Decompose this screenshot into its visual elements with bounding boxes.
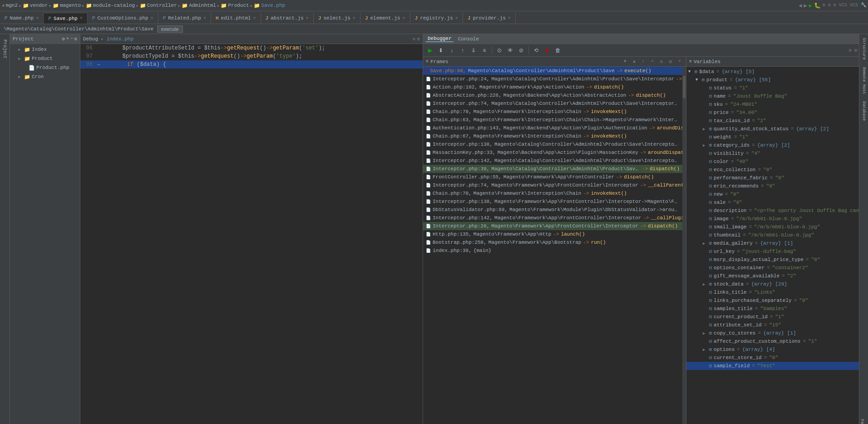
var-name[interactable]: ▶ ⊟ name = "Joust Duffle Bag" <box>686 92 859 100</box>
var-attribute-set-id[interactable]: ▶ ⊟ attribute_set_id = "15" <box>686 321 859 329</box>
nav-forward-icon[interactable]: ▶ <box>804 2 807 9</box>
frame-item[interactable]: 📄 index.php:39, {main} <box>423 247 682 255</box>
frame-item[interactable]: 📄 Action.php:102, Magento\Framework\App\… <box>423 83 682 91</box>
var-links-title[interactable]: ▶ ⊟ links_title = "Links" <box>686 288 859 296</box>
var-sample-field[interactable]: ▶ ⊟ sample_field = "Test" <box>686 362 859 370</box>
remote-host-panel-tab[interactable]: Remote Host <box>861 64 867 98</box>
var-stock-data[interactable]: ▶ ⊞ stock_data = {array} [29] <box>686 280 859 288</box>
tab-close-icon[interactable]: × <box>203 16 206 21</box>
var-links-purchased[interactable]: ▶ ⊟ links_purchased_separately = "0" <box>686 296 859 305</box>
debugger-tab[interactable]: Debugger <box>426 36 454 42</box>
sort-icon[interactable]: ↕ <box>640 58 647 65</box>
frame-item[interactable]: 📄 Interceptor.php:24, Magento\Catalog\Co… <box>423 75 682 83</box>
var-sale[interactable]: ▶ ⊟ sale = "0" <box>686 198 859 207</box>
var-options[interactable]: ▶ ⊞ options = {array} [4] <box>686 345 859 354</box>
var-visibility[interactable]: ▶ ⊟ visibility = "4" <box>686 149 859 158</box>
var-samples-title[interactable]: ▶ ⊟ samples_title = "Samples" <box>686 305 859 313</box>
var-weight[interactable]: ▶ ⊟ weight = "1" <box>686 133 859 141</box>
var-media-gallery[interactable]: ▶ ⊞ media_gallery = {array} [1] <box>686 239 859 247</box>
copy-icon[interactable]: ⊞ <box>667 58 674 65</box>
var-small-image[interactable]: ▶ ⊟ small_image = "/m/b/mb01-blue-0.jpg" <box>686 223 859 231</box>
var-status[interactable]: ▶ ⊟ status = "1" <box>686 84 859 92</box>
var-product[interactable]: ▼ ⊞ product = {array} [55] <box>686 76 859 84</box>
frame-item[interactable]: 📄 AbstractAction.php:226, Magento\Backen… <box>423 91 682 99</box>
settings-icon[interactable]: ⚙ <box>658 58 665 65</box>
var-msrp[interactable]: ▶ ⊟ msrp_display_actual_price_type = "0" <box>686 256 859 264</box>
add-icon[interactable]: + <box>649 58 656 65</box>
var-current-product-id[interactable]: ▶ ⊟ current_product_id = "1" <box>686 313 859 321</box>
tab-close-icon[interactable]: × <box>403 16 405 21</box>
evaluate-button[interactable]: ≡ <box>479 45 489 55</box>
tab-provider-js[interactable]: J provider.js × <box>463 13 516 24</box>
var-gift-message[interactable]: ▶ ⊟ gift_message_available = "2" <box>686 272 859 280</box>
frame-item[interactable]: 📄 Chain.php:63, Magento\Framework\Interc… <box>423 116 682 124</box>
var-category-ids[interactable]: ▶ ⊞ category_ids = {array} [2] <box>686 141 859 149</box>
close-icon[interactable]: × <box>676 58 683 65</box>
var-affect-product[interactable]: ▶ ⊟ affect_product_custom_options = "1" <box>686 337 859 345</box>
structure-panel-tab[interactable]: Structure <box>861 34 867 64</box>
frame-item[interactable]: 📄 Interceptor.php:142, Magento\Framework… <box>423 214 682 222</box>
breadcrumb-save-php[interactable]: Save.php <box>261 3 285 8</box>
var-current-store-id[interactable]: ▶ ⊟ current_store_id = "0" <box>686 354 859 362</box>
mute-button[interactable]: ⊘ <box>516 45 526 55</box>
breadcrumb-vendor[interactable]: vendor <box>30 3 48 8</box>
index-php-label[interactable]: index.php <box>107 36 133 42</box>
frame-item[interactable]: 📄 Interceptor.php:142, Magento\Catalog\C… <box>423 157 682 165</box>
watch-button[interactable]: 👁 <box>505 45 515 55</box>
frame-item[interactable]: 📄 Interceptor.php:74, Magento\Framework\… <box>423 181 682 189</box>
settings-gear-icon[interactable]: ⚙ ⊞ <box>849 48 857 53</box>
var-sku[interactable]: ▶ ⊟ sku = "24-MB01" <box>686 100 859 108</box>
collapse-icon[interactable]: ▼ <box>621 58 629 65</box>
tree-item-cron[interactable]: ▶ 📁 Cron <box>10 72 80 81</box>
breadcrumb-magento[interactable]: magento <box>60 3 81 8</box>
frame-item[interactable]: 📄 Interceptor.php:39, Magento\Catalog\Co… <box>423 165 682 173</box>
console-tab[interactable]: Console <box>456 36 481 42</box>
project-icon[interactable]: Project <box>1 36 8 62</box>
tab-select-js[interactable]: J select.js × <box>314 13 360 24</box>
var-price[interactable]: ▶ ⊟ price = "34.00" <box>686 108 859 117</box>
expand-icon[interactable]: ⊞ <box>417 36 420 42</box>
tab-close-icon[interactable]: × <box>151 16 153 21</box>
run-icon[interactable]: ▶ <box>809 2 812 9</box>
step-into-button[interactable]: ↓ <box>447 45 457 55</box>
var-new[interactable]: ▶ ⊟ new = "0" <box>686 190 859 198</box>
var-eco-collection[interactable]: ▶ ⊟ eco_collection = "0" <box>686 166 859 174</box>
settings-icon[interactable]: ⚙ <box>413 36 415 42</box>
frame-item[interactable]: 📄 Chain.php:70, Magento\Framework\Interc… <box>423 108 682 116</box>
frame-item[interactable]: 📄 Interceptor.php:26, Magento\Framework\… <box>423 222 682 230</box>
frame-item[interactable]: 📄 Chain.php:67, Magento\Framework\Interc… <box>423 132 682 140</box>
run-to-cursor-button[interactable]: ⇓ <box>469 45 478 55</box>
breakpoints-button[interactable]: ⊙ <box>494 45 504 55</box>
tab-close-icon[interactable]: × <box>353 16 355 21</box>
frame-item[interactable]: 📄 FrontController.php:55, Magento\Framew… <box>423 173 682 181</box>
frame-item[interactable]: 📄 Interceptor.php:74, Magento\Catalog\Co… <box>423 99 682 108</box>
frame-item[interactable]: 📄 MassactionKey.php:33, Magento\Backend\… <box>423 148 682 157</box>
breadcrumb-module-catalog[interactable]: module-catalog <box>93 3 135 8</box>
execute-button[interactable]: execute <box>157 25 183 33</box>
step-over-button[interactable]: ⬇ <box>436 45 446 55</box>
var-data-root[interactable]: ▼ ⊞ $data = {array} [5] <box>686 68 859 76</box>
var-tax-class-id[interactable]: ▶ ⊟ tax_class_id = "2" <box>686 117 859 125</box>
tree-item-index[interactable]: ▶ 📁 Index <box>10 45 80 54</box>
tab-save-php[interactable]: P Save.php × <box>44 13 87 24</box>
tab-element-js[interactable]: J element.js × <box>360 13 410 24</box>
tree-item-product-php[interactable]: ▶ 📄 Product.php <box>10 63 80 72</box>
debug-label[interactable]: Debug <box>83 36 98 42</box>
frame-item[interactable]: 📄 Bootstrap.php:258, Magento\Framework\A… <box>423 238 682 247</box>
tab-close-icon[interactable]: × <box>306 16 309 21</box>
var-url-key[interactable]: ▶ ⊟ url_key = "joust-duffle-bag" <box>686 247 859 256</box>
frame-item[interactable]: 📄 Authentication.php:143, Magento\Backen… <box>423 124 682 132</box>
breadcrumb-mgn2[interactable]: mgn2 <box>6 3 18 8</box>
var-image[interactable]: ▶ ⊟ image = "/m/b/mb01-blue-0.jpg" <box>686 215 859 223</box>
tab-close-icon[interactable]: × <box>36 16 39 21</box>
clear-button[interactable]: 🗑 <box>553 45 563 55</box>
breadcrumb-controller[interactable]: Controller <box>147 3 177 8</box>
project-settings-icon[interactable]: ⚙ <box>62 36 65 42</box>
frame-item[interactable]: 📄 Chain.php:70, Magento\Framework\Interc… <box>423 189 682 197</box>
database-panel-tab[interactable]: Database <box>861 98 867 124</box>
stop-button[interactable]: ■ <box>542 45 552 55</box>
frame-item[interactable]: 📄 Interceptor.php:138, Magento\Framework… <box>423 197 682 206</box>
breadcrumb-adminhtml[interactable]: Adminhtml <box>189 3 216 8</box>
frames-scrollbar[interactable] <box>682 67 686 424</box>
tab-edit-phtml[interactable]: H edit.phtml × <box>211 13 261 24</box>
